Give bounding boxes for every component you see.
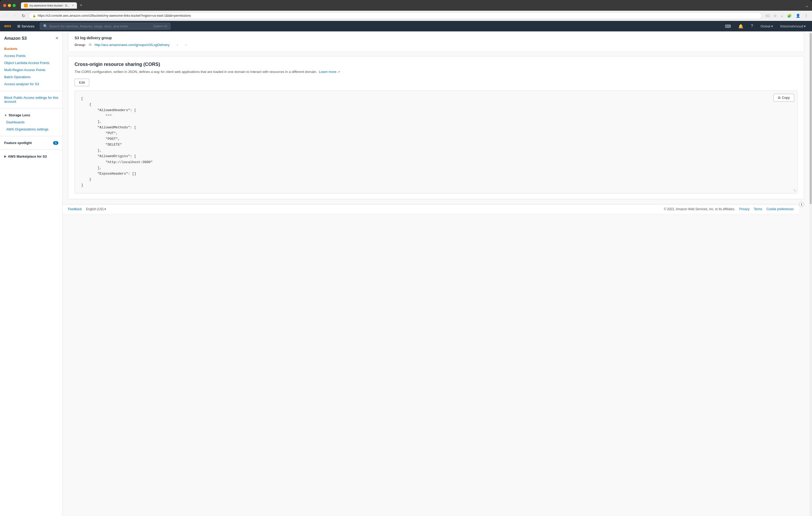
sidebar: Amazon S3 × Buckets Access Points Object… — [0, 31, 63, 516]
block-public-access-label: Block Public Access settings for this ac… — [4, 96, 58, 103]
user-arrow: ▾ — [804, 24, 806, 28]
terms-link[interactable]: Terms — [754, 207, 762, 211]
address-bar[interactable]: 🔒 https://s3.console.aws.amazon.com/s3/b… — [29, 12, 762, 19]
feedback-link[interactable]: Feedback — [68, 207, 82, 211]
maximize-traffic-light[interactable] — [12, 4, 16, 7]
footer-left: Feedback English (US) ▾ — [68, 207, 106, 211]
learn-more-icon: ↗ — [338, 70, 340, 73]
log-delivery-dash1: - — [177, 43, 178, 47]
bell-icon-button[interactable]: 🔔 — [736, 23, 746, 30]
cors-section: Cross-origin resource sharing (CORS) The… — [68, 56, 804, 199]
learn-more-link[interactable]: Learn more ↗ — [319, 70, 340, 74]
sidebar-title-text: Amazon S3 — [4, 36, 27, 41]
active-tab[interactable]: my-awesome-links-bucket - S... × — [21, 2, 77, 9]
sidebar-divider-3 — [0, 136, 62, 136]
multi-region-label: Multi-Region Access Points — [4, 68, 46, 72]
traffic-lights — [3, 4, 16, 7]
profile-button[interactable]: 👤 — [794, 13, 802, 19]
tab-favicon — [24, 4, 28, 7]
cookie-preferences-link[interactable]: Cookie preferences — [766, 207, 794, 211]
sidebar-item-dashboards[interactable]: Dashboards — [0, 119, 62, 126]
sidebar-feature-spotlight-header[interactable]: Feature spotlight 3 — [0, 139, 62, 146]
sidebar-divider-2 — [0, 108, 62, 109]
aws-logo[interactable]: aws — [4, 24, 12, 29]
aws-org-settings-label: AWS Organizations settings — [6, 127, 49, 131]
batch-ops-label: Batch Operations — [4, 75, 30, 79]
code-icon-button[interactable]: ⌨ — [723, 23, 733, 30]
sidebar-item-access-analyzer[interactable]: Access analyzer for S3 — [0, 81, 62, 88]
sidebar-storage-lens-header[interactable]: ▼ Storage Lens — [0, 112, 62, 119]
log-delivery-link[interactable]: http://acs.amazonaws.com/groups/s3/LogDe… — [94, 43, 170, 47]
tab-title: my-awesome-links-bucket - S... — [29, 4, 69, 7]
download-button[interactable]: ↓ — [780, 13, 784, 19]
services-nav-button[interactable]: ⊞ Services — [15, 23, 37, 29]
scrollbar-thumb[interactable] — [810, 33, 812, 205]
storage-lens-expand-icon: ▼ — [4, 114, 7, 117]
sidebar-title: Amazon S3 × — [0, 35, 62, 44]
user-label: thisismahmoud — [780, 24, 803, 28]
tab-close-btn[interactable]: × — [72, 4, 74, 7]
new-tab-button[interactable]: + — [78, 2, 84, 9]
vertical-scrollbar[interactable] — [809, 31, 812, 516]
refresh-button[interactable]: ↻ — [21, 12, 26, 19]
region-label: Global — [760, 24, 771, 28]
info-icon-button[interactable]: ℹ — [799, 202, 804, 207]
object-lambda-label: Object Lambda Access Points — [4, 61, 50, 65]
content-area: S3 log delivery group Group: ⧉ http://ac… — [63, 31, 809, 516]
feature-spotlight-badge: 3 — [53, 141, 58, 145]
sidebar-aws-marketplace-section: ▶ AWS Marketplace for S3 — [0, 152, 62, 161]
sidebar-item-access-points[interactable]: Access Points — [0, 52, 62, 59]
sidebar-item-buckets[interactable]: Buckets — [0, 45, 62, 52]
privacy-link[interactable]: Privacy — [739, 207, 750, 211]
user-menu[interactable]: thisismahmoud ▾ — [778, 23, 808, 29]
sidebar-item-block-public-access[interactable]: Block Public Access settings for this ac… — [0, 94, 62, 105]
aws-marketplace-label: AWS Marketplace for S3 — [8, 154, 47, 158]
copy-button[interactable]: ⧉ Copy — [774, 94, 794, 102]
extension-button[interactable]: 🧩 — [786, 13, 793, 19]
sidebar-item-object-lambda[interactable]: Object Lambda Access Points — [0, 59, 62, 66]
copyright-text: © 2022, Amazon Web Services, Inc. or its… — [664, 207, 735, 211]
close-traffic-light[interactable] — [3, 4, 6, 7]
log-delivery-section: S3 log delivery group Group: ⧉ http://ac… — [68, 31, 804, 51]
sidebar-aws-marketplace-header[interactable]: ▶ AWS Marketplace for S3 — [0, 153, 62, 160]
buckets-label: Buckets — [4, 47, 18, 51]
dashboards-label: Dashboards — [6, 120, 25, 124]
sidebar-divider-1 — [0, 91, 62, 91]
bookmark-button[interactable]: ☆ — [772, 13, 778, 19]
sidebar-main-section: Buckets Access Points Object Lambda Acce… — [0, 44, 62, 89]
search-bar[interactable]: 🔍 [Option+S] — [40, 23, 171, 30]
forward-button[interactable]: → — [11, 12, 18, 19]
log-delivery-group-label: S3 log delivery group — [75, 36, 798, 40]
share-button[interactable]: ↑□ — [764, 13, 771, 19]
region-selector[interactable]: Global ▾ — [758, 23, 775, 29]
browser-nav: ← → ↻ 🔒 https://s3.console.aws.amazon.co… — [0, 11, 812, 21]
aws-logo-svg: aws — [4, 24, 12, 29]
browser-tabs: my-awesome-links-bucket - S... × + — [21, 2, 803, 9]
aws-topnav: aws ⊞ Services 🔍 [Option+S] ⌨ 🔔 ? Global… — [0, 21, 812, 31]
sidebar-item-aws-org-settings[interactable]: AWS Organizations settings — [0, 126, 62, 133]
more-button[interactable]: ⋮ — [803, 13, 809, 19]
sidebar-item-batch-ops[interactable]: Batch Operations — [0, 73, 62, 81]
storage-lens-label: Storage Lens — [9, 113, 30, 117]
help-icon-button[interactable]: ? — [749, 23, 755, 30]
access-analyzer-label: Access analyzer for S3 — [4, 82, 39, 86]
language-selector[interactable]: English (US) ▾ — [86, 207, 106, 211]
sidebar-item-multi-region[interactable]: Multi-Region Access Points — [0, 66, 62, 73]
learn-more-text: Learn more — [319, 70, 336, 74]
access-points-label: Access Points — [4, 54, 26, 58]
lock-icon: 🔒 — [32, 14, 36, 18]
sidebar-close-button[interactable]: × — [55, 35, 58, 41]
cors-title: Cross-origin resource sharing (CORS) — [75, 62, 798, 67]
nav-actions: ↑□ ☆ ↓ 🧩 👤 ⋮ — [764, 13, 809, 19]
sidebar-block-public: Block Public Access settings for this ac… — [0, 93, 62, 106]
footer-right: © 2022, Amazon Web Services, Inc. or its… — [664, 207, 794, 211]
back-button[interactable]: ← — [3, 12, 9, 19]
resize-handle[interactable]: ⤡ — [793, 188, 796, 192]
minimize-traffic-light[interactable] — [8, 4, 11, 7]
log-delivery-row-label: Group: — [75, 43, 86, 47]
search-input[interactable] — [49, 24, 152, 28]
cors-desc-text: The CORS configuration, written in JSON,… — [75, 70, 317, 74]
edit-button[interactable]: Edit — [75, 79, 89, 86]
log-delivery-row: Group: ⧉ http://acs.amazonaws.com/groups… — [75, 42, 798, 47]
search-icon: 🔍 — [43, 24, 48, 28]
